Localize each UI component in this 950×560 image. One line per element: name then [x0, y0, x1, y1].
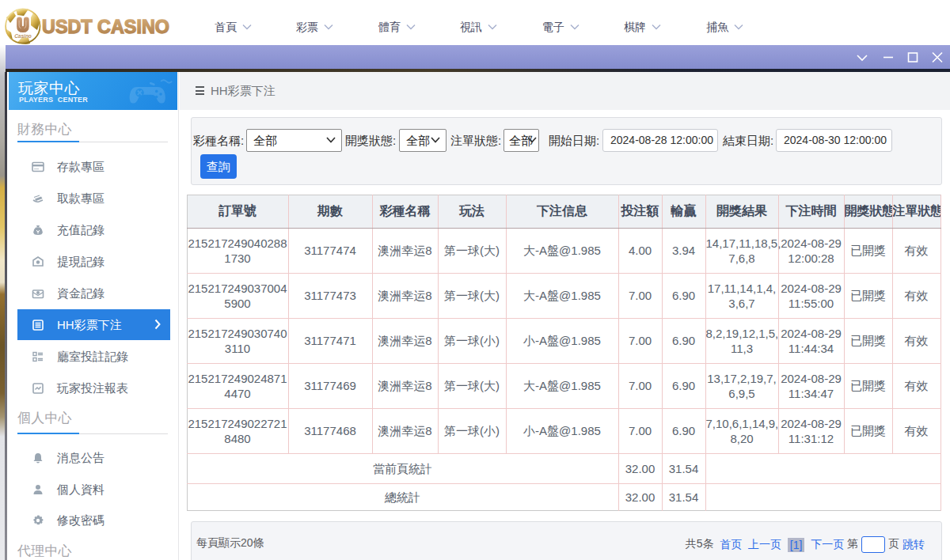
svg-text:USDT CASINO: USDT CASINO	[42, 16, 169, 37]
svg-text:Casino: Casino	[14, 33, 32, 39]
